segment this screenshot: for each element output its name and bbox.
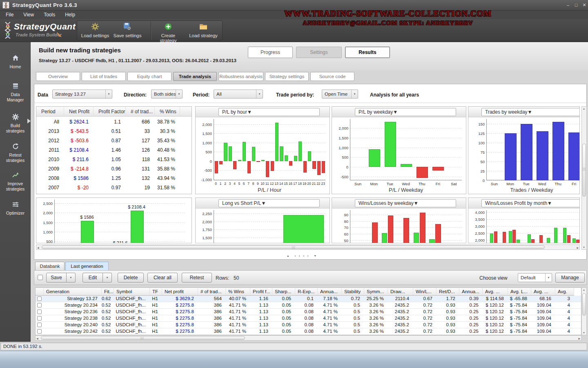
- scroll-down-icon[interactable]: ▼: [583, 246, 585, 249]
- chart-type-select[interactable]: Wins/Losses by weekday▼: [355, 199, 456, 207]
- column-header[interactable]: Profit f...: [250, 288, 272, 295]
- column-header[interactable]: Symm...: [364, 288, 388, 295]
- row-checkbox[interactable]: [37, 316, 42, 321]
- trade-period-select[interactable]: Open Time▼: [322, 90, 358, 99]
- create-strategy-button[interactable]: Create strategy: [152, 22, 184, 40]
- column-header[interactable]: Annua...: [459, 288, 483, 295]
- tab-equity-chart[interactable]: Equity chart: [127, 72, 172, 81]
- scroll-left-icon[interactable]: ◀: [37, 246, 39, 249]
- scrollbar-thumb[interactable]: [582, 293, 586, 316]
- scroll-up-icon[interactable]: ▲: [583, 108, 585, 110]
- tab-list-of-trades[interactable]: List of trades: [82, 72, 126, 81]
- minimize-button[interactable]: –: [564, 2, 572, 8]
- analysis-vertical-scrollbar[interactable]: ▲ ||| ▼: [581, 106, 587, 250]
- chart-type-select[interactable]: P/L by weekday▼: [355, 108, 456, 116]
- menu-view[interactable]: View: [19, 11, 38, 19]
- progress-button[interactable]: Progress: [248, 47, 293, 58]
- column-header[interactable]: Period: [36, 107, 64, 117]
- direction-select[interactable]: Both sides▼: [151, 90, 183, 99]
- scroll-right-icon[interactable]: ▶: [577, 246, 579, 249]
- column-header[interactable]: Fit...: [102, 288, 114, 295]
- manage-button[interactable]: Manage: [555, 273, 585, 283]
- menu-file[interactable]: File: [2, 11, 18, 19]
- sidebar-item-build-strategies[interactable]: Buildstrategies: [0, 113, 31, 133]
- sidebar-item-home[interactable]: Home: [0, 54, 31, 70]
- results-button[interactable]: Results: [345, 47, 390, 58]
- column-header[interactable]: Avg. ...: [531, 288, 555, 295]
- delete-button[interactable]: Delete: [118, 273, 144, 283]
- select-all-checkbox[interactable]: [38, 275, 43, 280]
- column-header[interactable]: Sharp...: [272, 288, 295, 295]
- scroll-up-icon[interactable]: ▲: [583, 289, 585, 291]
- chart-type-select[interactable]: Wins/Losses Profit by month▼: [481, 199, 580, 207]
- column-header[interactable]: Net profit: [162, 288, 198, 295]
- table-row[interactable]: Strategy 20.2380.52USDCHF_fh...H1$ 2275.…: [36, 315, 581, 322]
- menu-help[interactable]: Help: [61, 11, 79, 19]
- sidebar-item-improve-strategies[interactable]: Improvestrategies: [0, 171, 31, 191]
- data-select[interactable]: Strategy 13.27▼: [52, 90, 112, 99]
- table-row[interactable]: Strategy 13.270.62USDCHF_fh...H1$ 3629.2…: [36, 296, 581, 302]
- table-row[interactable]: Strategy 20.2360.52USDCHF_fh...H1$ 2275.…: [36, 309, 581, 315]
- retest-button[interactable]: Retest: [182, 273, 212, 283]
- column-header[interactable]: Symbol: [114, 288, 150, 295]
- row-checkbox[interactable]: [37, 303, 42, 307]
- edit-dropdown-button[interactable]: ▼: [103, 273, 112, 283]
- sidebar-item-optimizer[interactable]: Optimizer: [0, 201, 31, 216]
- sidebar-item-data-manager[interactable]: DataManager: [0, 82, 31, 102]
- column-header[interactable]: TF: [150, 288, 162, 295]
- chart-type-select[interactable]: Trades by weekday▼: [481, 108, 580, 116]
- save-button[interactable]: Save: [46, 273, 67, 283]
- column-header[interactable]: Annua...: [318, 288, 342, 295]
- load-strategy-button[interactable]: Load strategy: [187, 22, 219, 40]
- column-header[interactable]: Avg. ...: [483, 288, 508, 295]
- clear-all-button[interactable]: Clear all: [147, 273, 178, 283]
- column-header[interactable]: R-Exp...: [295, 288, 318, 295]
- table-row[interactable]: Strategy 20.2340.52USDCHF_fh...H1$ 2275.…: [36, 302, 581, 309]
- close-button[interactable]: ✕: [581, 2, 588, 8]
- save-dropdown-button[interactable]: ▼: [67, 273, 76, 283]
- view-select[interactable]: Default▼: [518, 273, 552, 282]
- maximize-button[interactable]: □: [572, 2, 580, 8]
- tab-trade-analysis[interactable]: Trade analysis: [173, 72, 217, 81]
- row-checkbox[interactable]: [37, 323, 42, 327]
- settings-button[interactable]: Settings: [296, 47, 342, 58]
- scrollbar-thumb[interactable]: |||: [42, 245, 545, 249]
- sidebar-item-retest-strategies[interactable]: Reteststrategies: [0, 143, 31, 163]
- period-select[interactable]: All▼: [214, 90, 263, 99]
- row-checkbox[interactable]: [37, 329, 42, 334]
- tab-strategy-settings[interactable]: Strategy settings: [265, 72, 309, 81]
- column-header[interactable]: Avg. L...: [508, 288, 531, 295]
- column-header[interactable]: # of trad...: [198, 288, 226, 295]
- column-header[interactable]: Ret/D...: [437, 288, 459, 295]
- column-header[interactable]: Net Profit: [64, 107, 94, 117]
- tab-robustness-analysis[interactable]: Robustness analysis: [218, 72, 263, 81]
- column-header[interactable]: # of trad...: [126, 107, 155, 117]
- tab-overview[interactable]: Overview: [36, 72, 80, 81]
- column-header[interactable]: Draw...: [388, 288, 413, 295]
- chart-type-select[interactable]: P/L by hour▼: [218, 108, 320, 116]
- column-header[interactable]: % Wins: [226, 288, 250, 295]
- scroll-left-icon[interactable]: ◀: [36, 337, 38, 340]
- scrollbar-thumb[interactable]: |||: [41, 336, 245, 340]
- load-settings-button[interactable]: Load settings: [79, 22, 111, 40]
- column-header[interactable]: Profit Factor: [94, 107, 126, 117]
- databank-tab-databank[interactable]: Databank: [35, 262, 65, 270]
- scroll-right-icon[interactable]: ▶: [578, 337, 580, 340]
- databank-horizontal-scrollbar[interactable]: ◀ ||| ▶: [35, 335, 581, 341]
- column-header[interactable]: Avg.: [555, 288, 574, 295]
- row-checkbox[interactable]: [37, 296, 42, 301]
- scrollbar-thumb[interactable]: |||: [582, 144, 586, 197]
- column-header[interactable]: % Wins: [155, 107, 180, 117]
- row-checkbox[interactable]: [37, 310, 42, 314]
- scroll-down-icon[interactable]: ▼: [583, 332, 585, 334]
- analysis-horizontal-scrollbar[interactable]: ◀ ||| ▶: [36, 245, 580, 250]
- panel-splitter[interactable]: ▲ • • • • ▼: [274, 254, 331, 259]
- column-header[interactable]: Generation: [44, 288, 102, 295]
- column-header[interactable]: Stability: [342, 288, 364, 295]
- save-settings-button[interactable]: Save settings: [111, 22, 143, 40]
- databank-vertical-scrollbar[interactable]: ▲ ▼: [581, 287, 587, 335]
- column-header[interactable]: Win/L...: [413, 288, 437, 295]
- edit-button[interactable]: Edit: [82, 273, 103, 283]
- chart-type-select[interactable]: Long vs Short P/L▼: [218, 199, 320, 207]
- databank-tab-last-generation[interactable]: Last generation: [65, 262, 109, 270]
